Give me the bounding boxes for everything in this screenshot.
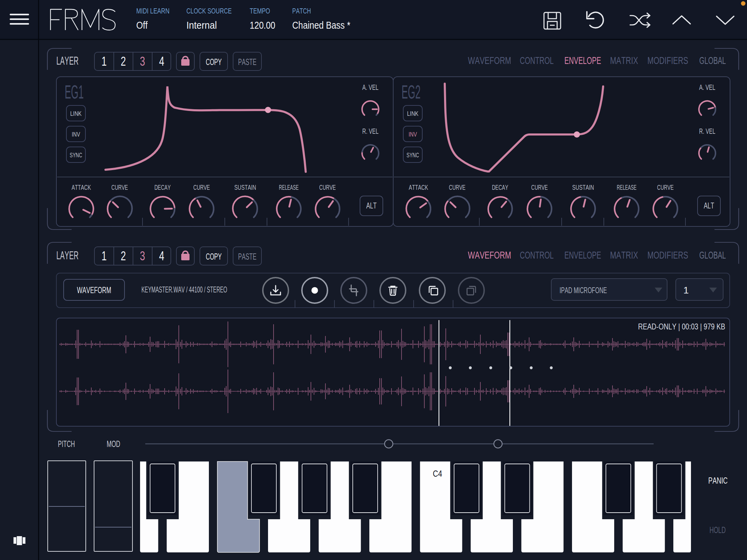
svg-text:LAYER: LAYER — [56, 249, 79, 262]
svg-text:ENVELOPE: ENVELOPE — [564, 250, 601, 261]
svg-text:PITCH: PITCH — [58, 439, 75, 449]
svg-text:MODIFIERS: MODIFIERS — [647, 55, 688, 66]
svg-text:COPY: COPY — [206, 57, 222, 67]
svg-text:ATTACK: ATTACK — [72, 183, 91, 191]
svg-text:WAVEFORM: WAVEFORM — [468, 250, 511, 261]
svg-text:MATRIX: MATRIX — [610, 250, 638, 261]
svg-text:CONTROL: CONTROL — [520, 55, 554, 66]
svg-text:COPY: COPY — [206, 251, 222, 262]
svg-text:DECAY: DECAY — [155, 183, 171, 191]
svg-text:2: 2 — [121, 249, 126, 263]
svg-text:LINK: LINK — [70, 110, 82, 117]
svg-text:1: 1 — [102, 54, 107, 68]
svg-text:PANIC: PANIC — [708, 476, 728, 485]
svg-text:CURVE: CURVE — [193, 183, 210, 191]
svg-text:MIDI LEARN: MIDI LEARN — [136, 7, 169, 15]
svg-text:ENVELOPE: ENVELOPE — [564, 55, 601, 66]
svg-text:CURVE: CURVE — [111, 183, 128, 191]
svg-text:IPAD MICROFONE: IPAD MICROFONE — [560, 286, 607, 295]
svg-text:LAYER: LAYER — [56, 54, 79, 67]
svg-text:R. VEL: R. VEL — [362, 127, 379, 136]
svg-text:1: 1 — [102, 249, 107, 263]
svg-text:CONTROL: CONTROL — [520, 250, 554, 261]
svg-text:INV: INV — [409, 131, 417, 138]
svg-text:ALT: ALT — [704, 201, 714, 210]
svg-text:3: 3 — [140, 249, 145, 263]
svg-text:MODIFIERS: MODIFIERS — [647, 250, 688, 261]
svg-text:PASTE: PASTE — [238, 251, 257, 262]
svg-text:GLOBAL: GLOBAL — [699, 250, 726, 261]
svg-text:EG1: EG1 — [65, 81, 84, 103]
svg-text:120.00: 120.00 — [250, 19, 275, 31]
svg-text:DECAY: DECAY — [492, 183, 508, 191]
svg-text:ALT: ALT — [366, 201, 377, 210]
svg-text:Internal: Internal — [186, 19, 217, 31]
svg-text:GLOBAL: GLOBAL — [699, 55, 726, 66]
svg-text:CURVE: CURVE — [449, 183, 465, 191]
svg-text:ATTACK: ATTACK — [409, 183, 428, 191]
svg-text:PATCH: PATCH — [292, 7, 311, 15]
svg-text:Chained Bass *: Chained Bass * — [292, 19, 350, 31]
svg-text:MATRIX: MATRIX — [610, 55, 638, 66]
svg-text:4: 4 — [159, 249, 164, 263]
svg-text:LINK: LINK — [407, 110, 418, 117]
svg-text:SYNC: SYNC — [407, 151, 419, 159]
svg-text:INV: INV — [72, 131, 80, 138]
svg-text:SUSTAIN: SUSTAIN — [572, 183, 594, 191]
svg-text:C4: C4 — [433, 468, 442, 479]
svg-text:MOD: MOD — [107, 439, 120, 449]
svg-text:4: 4 — [159, 54, 164, 68]
svg-text:SUSTAIN: SUSTAIN — [234, 183, 256, 191]
svg-text:R. VEL: R. VEL — [699, 127, 716, 136]
svg-text:CURVE: CURVE — [531, 183, 548, 191]
svg-text:3: 3 — [140, 54, 145, 68]
svg-text:RELEASE: RELEASE — [617, 183, 637, 191]
svg-text:RELEASE: RELEASE — [279, 183, 299, 191]
svg-text:EG2: EG2 — [402, 81, 421, 103]
svg-text:TEMPO: TEMPO — [250, 7, 270, 15]
svg-text:CURVE: CURVE — [657, 183, 674, 191]
svg-text:A. VEL: A. VEL — [362, 83, 379, 92]
svg-text:Off: Off — [136, 19, 148, 31]
svg-text:2: 2 — [121, 54, 126, 68]
svg-text:SYNC: SYNC — [70, 151, 82, 159]
svg-text:KEYMASTER.WAV / 44100 / STEREO: KEYMASTER.WAV / 44100 / STEREO — [141, 285, 227, 294]
svg-text:A. VEL: A. VEL — [699, 83, 716, 92]
svg-text:WAVEFORM: WAVEFORM — [77, 285, 111, 295]
svg-text:1: 1 — [683, 285, 689, 296]
svg-text:HOLD: HOLD — [710, 525, 726, 535]
svg-text:PASTE: PASTE — [238, 57, 257, 67]
svg-text:CURVE: CURVE — [319, 183, 336, 191]
svg-text:READ-ONLY | 00:03 | 979 KB: READ-ONLY | 00:03 | 979 KB — [638, 322, 725, 331]
svg-text:WAVEFORM: WAVEFORM — [468, 55, 511, 66]
svg-text:CLOCK SOURCE: CLOCK SOURCE — [186, 7, 232, 15]
